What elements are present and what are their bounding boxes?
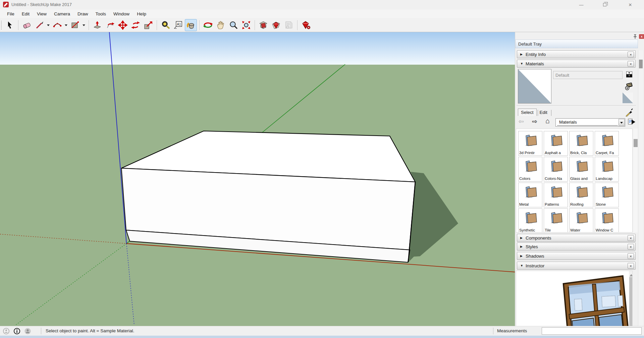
line-icon (35, 20, 45, 30)
material-folder-patterns[interactable]: Patterns (544, 183, 568, 207)
section-close-button[interactable]: × (628, 253, 634, 259)
instructor-scrollbar-thumb[interactable] (629, 277, 633, 327)
model-info-status-icon[interactable] (13, 328, 20, 335)
toolbar-separator (89, 20, 89, 30)
section-close-button[interactable]: × (628, 235, 634, 241)
secondary-material-swatch[interactable] (623, 92, 633, 103)
pin-icon[interactable] (633, 34, 637, 39)
material-folder-synthetic[interactable]: Synthetic (518, 208, 542, 232)
section-header-entity-info[interactable]: ▶Entity Info× (517, 50, 636, 58)
menu-help[interactable]: Help (133, 10, 150, 17)
material-folder-stone[interactable]: Stone (595, 183, 619, 207)
select-tool-button[interactable] (4, 19, 16, 31)
section-header-materials[interactable]: ▼Materials× (517, 60, 636, 68)
eraser-tool-button[interactable] (21, 19, 33, 31)
combobox-dropdown-button[interactable] (619, 119, 625, 126)
material-name-field[interactable]: Default (553, 71, 623, 79)
text-tool-button[interactable]: A1 (172, 19, 184, 31)
close-button[interactable]: ✕ (623, 0, 638, 9)
material-folder-metal[interactable]: Metal (518, 183, 542, 207)
toolbar-drag-handle[interactable] (1, 21, 2, 29)
material-folder-landscap[interactable]: Landscap (595, 157, 619, 182)
extension-warehouse-tool-button[interactable] (270, 19, 282, 31)
nav-home-button[interactable]: ⌂ (545, 117, 550, 125)
2-point-arc-dropdown-arrow[interactable] (64, 19, 68, 31)
rectangle-tool-button[interactable] (69, 19, 81, 31)
move-tool-button[interactable] (117, 19, 129, 31)
pan-tool-button[interactable] (215, 19, 227, 31)
section-close-button[interactable]: × (628, 52, 634, 57)
menu-edit[interactable]: Edit (18, 10, 33, 17)
minimize-button[interactable]: — (574, 0, 589, 9)
material-folder-carpet-fa[interactable]: Carpet, Fa (595, 131, 619, 156)
tray-title-bar[interactable]: Default Tray (515, 40, 638, 48)
material-folder-colors[interactable]: Colors (518, 157, 542, 182)
menu-tools[interactable]: Tools (92, 10, 110, 17)
material-folder-brick-cla[interactable]: Brick, Cla (569, 131, 593, 156)
model-viewport-canvas[interactable] (0, 32, 515, 326)
2-point-arc-tool-button[interactable] (51, 19, 63, 31)
line-dropdown-arrow[interactable] (46, 19, 50, 31)
tray-scrollbar-thumb[interactable] (639, 60, 643, 68)
zoom-tool-button[interactable] (227, 19, 239, 31)
zoom-extents-tool-button[interactable] (240, 19, 252, 31)
section-close-button[interactable]: × (628, 263, 634, 269)
offset-tool-button[interactable] (104, 19, 116, 31)
create-material-button[interactable] (625, 81, 634, 91)
nav-forward-button[interactable]: ⇨ (532, 118, 537, 125)
sample-paint-eyedropper-button[interactable] (625, 108, 634, 117)
section-header-instructor[interactable]: ▼Instructor× (517, 262, 636, 270)
material-folder-water[interactable]: Water (569, 208, 593, 232)
nav-back-button[interactable]: ⇦ (519, 118, 524, 125)
menu-view[interactable]: View (33, 10, 50, 17)
material-folder-tile[interactable]: Tile (544, 208, 568, 232)
material-folder-colors-na[interactable]: Colors-Na (544, 157, 568, 182)
materials-tab-edit[interactable]: Edit (539, 109, 550, 116)
geolocation-status-icon[interactable] (3, 328, 10, 335)
tray-scrollbar[interactable] (638, 50, 643, 338)
secondary-pane-button[interactable]: + (626, 71, 632, 77)
scroll-up-arrow-icon[interactable] (630, 272, 633, 276)
3d-warehouse-tool-button[interactable] (257, 19, 269, 31)
material-folder-window-c[interactable]: Window C (595, 208, 619, 232)
material-folder-glass-and[interactable]: Glass and (569, 157, 593, 182)
section-label: Entity Info (526, 52, 546, 57)
section-header-components[interactable]: ▶Components× (517, 234, 636, 242)
expanded-arrow-icon: ▼ (520, 62, 526, 65)
material-folder-3d-printir[interactable]: 3d Printir (518, 131, 542, 156)
folder-icon-wrap (549, 211, 564, 225)
restore-button[interactable] (597, 0, 612, 9)
measurements-input[interactable] (542, 327, 642, 335)
tray-close-button[interactable]: x (639, 34, 644, 39)
material-folder-asphalt-a[interactable]: Asphalt a (544, 131, 568, 156)
push-pull-tool-button[interactable] (91, 19, 103, 31)
menu-window[interactable]: Window (110, 10, 133, 17)
tape-measure-tool-button[interactable] (159, 19, 171, 31)
paint-bucket-tool-button[interactable] (185, 19, 197, 31)
line-tool-button[interactable] (34, 19, 46, 31)
orbit-tool-button[interactable] (202, 19, 214, 31)
material-folder-roofing[interactable]: Roofing (569, 183, 593, 207)
section-close-button[interactable]: × (628, 244, 634, 250)
folder-label: Landscap (596, 177, 618, 181)
section-header-shadows[interactable]: ▶Shadows× (517, 252, 636, 260)
section-header-styles[interactable]: ▶Styles× (517, 243, 636, 251)
menu-camera[interactable]: Camera (50, 10, 74, 17)
extension-manager-tool-button[interactable] (300, 19, 312, 31)
section-close-button[interactable]: × (628, 61, 634, 67)
materials-tab-select[interactable]: Select (518, 109, 537, 116)
rotate-tool-button[interactable] (129, 19, 142, 31)
rectangle-dropdown-arrow[interactable] (82, 19, 86, 31)
materials-grid-scrollbar[interactable] (633, 129, 638, 232)
sky (0, 32, 515, 65)
menu-draw[interactable]: Draw (74, 10, 92, 17)
details-menu-button[interactable] (628, 118, 636, 127)
materials-collection-combobox[interactable]: Materials (555, 118, 625, 127)
menu-file[interactable]: File (3, 10, 18, 17)
scale-tool-button[interactable] (142, 19, 154, 31)
share-model-tool-button[interactable] (283, 19, 295, 31)
sign-in-status-icon[interactable] (24, 328, 31, 335)
material-preview-swatch[interactable] (518, 69, 551, 104)
pushpull-icon (92, 20, 102, 30)
materials-grid-scrollbar-thumb[interactable] (634, 139, 638, 147)
